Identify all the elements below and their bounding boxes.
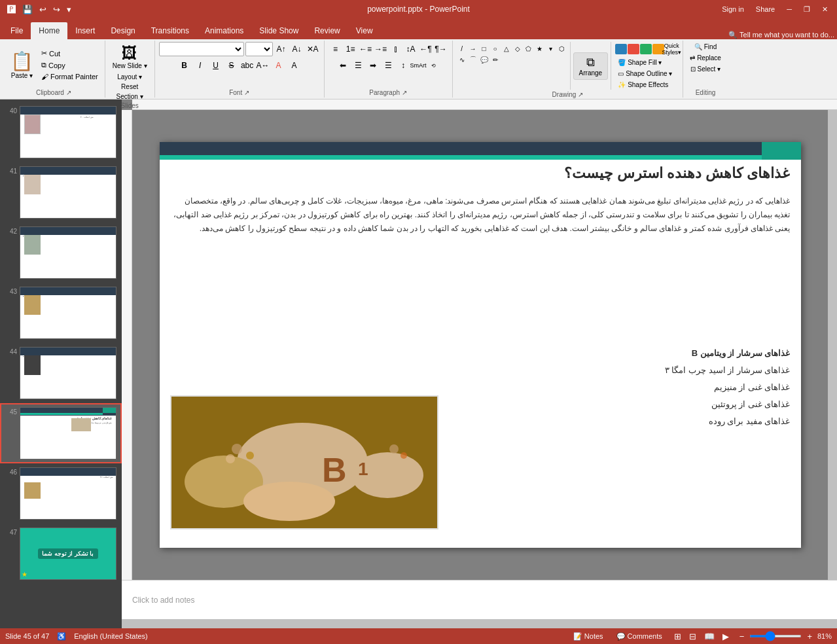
replace-button[interactable]: ⇄ Replace (687, 53, 724, 63)
ltr-button[interactable]: ¶→ (434, 42, 448, 56)
slide-thumb-45[interactable]: غذاهای کاهش دهنده استرس متن فارسی مربوط … (20, 407, 116, 459)
shape-triangle[interactable]: △ (501, 43, 512, 54)
shape-freeform[interactable]: ✏ (490, 54, 501, 65)
reset-button[interactable]: Reset (119, 82, 140, 91)
align-center-button[interactable]: ☰ (351, 58, 365, 73)
redo-icon[interactable]: ↪ (51, 3, 62, 16)
tab-design[interactable]: Design (103, 22, 143, 39)
convert-smartart-button[interactable]: ⟲ (426, 58, 440, 73)
shape-connector[interactable]: ⌒ (468, 54, 478, 65)
quick-style-3[interactable] (640, 44, 652, 54)
bold-button[interactable]: B (177, 58, 192, 73)
normal-view-button[interactable]: ⊞ (671, 630, 684, 643)
minimize-button[interactable]: ─ (783, 4, 796, 14)
horizontal-scrollbar[interactable] (122, 619, 837, 628)
notes-area[interactable]: Click to add notes (122, 580, 837, 619)
justify-button[interactable]: ☰ (381, 58, 395, 73)
zoom-percentage[interactable]: 81% (817, 632, 832, 640)
slide-item-47[interactable]: 47 با تشکر از توجه شما ★ (0, 524, 122, 584)
line-spacing-button[interactable]: ↕ (396, 58, 410, 73)
increase-font-button[interactable]: A↑ (274, 42, 289, 56)
bullets-button[interactable]: ≡ (329, 42, 343, 56)
format-painter-button[interactable]: 🖌Format Painter (39, 71, 101, 82)
customize-icon[interactable]: ▾ (65, 3, 73, 16)
shape-curve[interactable]: ∿ (457, 54, 467, 65)
share-button[interactable]: Share (752, 4, 779, 14)
slide-item-43[interactable]: 43 متن اسلاید ۴۳ (0, 283, 122, 343)
section-button[interactable]: Section ▾ (115, 92, 145, 101)
numbering-button[interactable]: 1≡ (344, 42, 358, 56)
shape-callout[interactable]: 💬 (479, 54, 490, 65)
notes-button[interactable]: 📝 Notes (569, 631, 607, 642)
tab-transitions[interactable]: Transitions (143, 22, 197, 39)
font-family-select[interactable] (159, 42, 244, 56)
increase-indent-button[interactable]: →≡ (374, 42, 388, 56)
comments-button[interactable]: 💬 Comments (613, 631, 666, 642)
columns-button[interactable]: ⫿ (389, 42, 403, 56)
new-slide-button[interactable]: 🖼 New Slide ▾ (109, 42, 151, 71)
find-button[interactable]: 🔍 Find (692, 42, 719, 52)
decrease-indent-button[interactable]: ←≡ (359, 42, 373, 56)
tab-home[interactable]: Home (31, 22, 67, 39)
slide-item-45[interactable]: 45 غذاهای کاهش دهنده استرس متن فارسی مرب… (0, 403, 122, 463)
slide-thumb-46[interactable]: متن اسلاید ۴۶ (20, 467, 116, 520)
slide-sorter-button[interactable]: ⊟ (686, 630, 699, 643)
slide-item-40[interactable]: 40 متن اسلاید ۴۰ (0, 102, 122, 162)
slide-thumb-44[interactable]: متن اسلاید ۴۴ (20, 347, 116, 399)
shape-effects-button[interactable]: ✨ Shape Effects (615, 80, 679, 90)
font-size-select[interactable] (245, 42, 273, 56)
slide-item-41[interactable]: 41 متن اسلاید ۴۱ (0, 162, 122, 223)
slideshow-button[interactable]: ▶ (720, 630, 732, 643)
clear-format-button[interactable]: ✕A (306, 42, 320, 56)
slide-item-44[interactable]: 44 متن اسلاید ۴۴ (0, 343, 122, 403)
char-spacing-button[interactable]: A↔ (256, 58, 270, 73)
slide-thumb-41[interactable]: متن اسلاید ۴۱ (20, 166, 116, 219)
slide-thumb-47[interactable]: با تشکر از توجه شما ★ (20, 528, 116, 580)
shape-arrow[interactable]: → (468, 43, 478, 54)
slide-thumb-42[interactable]: متن اسلاید ۴۲ (20, 226, 116, 279)
tab-review[interactable]: Review (306, 22, 347, 39)
zoom-out-button[interactable]: − (737, 630, 747, 643)
align-left-button[interactable]: ⬅ (336, 58, 350, 73)
shape-circle[interactable]: ○ (490, 43, 501, 54)
shape-rect[interactable]: □ (479, 43, 490, 54)
tab-insert[interactable]: Insert (67, 22, 103, 39)
underline-button[interactable]: U (209, 58, 223, 73)
close-button[interactable]: ✕ (818, 4, 832, 15)
sign-in-button[interactable]: Sign in (718, 4, 748, 14)
arrange-button[interactable]: ⧉ Arrange (573, 52, 609, 80)
italic-button[interactable]: I (193, 58, 207, 73)
shape-line[interactable]: / (457, 43, 467, 54)
paste-button[interactable]: 📋 Paste ▾ (7, 48, 37, 82)
slide-thumb-40[interactable]: متن اسلاید ۴۰ (20, 106, 116, 158)
shape-more[interactable]: ▾ (546, 43, 556, 54)
shadow-button[interactable]: abc (240, 58, 255, 73)
slide-thumb-43[interactable]: متن اسلاید ۴۳ (20, 287, 116, 339)
slide-item-46[interactable]: 46 متن اسلاید ۴۶ (0, 463, 122, 524)
tab-file[interactable]: File (3, 22, 31, 39)
vertical-scrollbar[interactable] (828, 110, 837, 580)
text-highlight-button[interactable]: A (287, 58, 302, 73)
tab-slideshow[interactable]: Slide Show (251, 22, 306, 39)
align-right-button[interactable]: ➡ (366, 58, 380, 73)
decrease-font-button[interactable]: A↓ (290, 42, 304, 56)
save-icon[interactable]: 💾 (20, 3, 35, 16)
slide-item-42[interactable]: 42 متن اسلاید ۴۲ (0, 223, 122, 283)
notes-placeholder[interactable]: Click to add notes (132, 596, 194, 605)
tab-view[interactable]: View (348, 22, 381, 39)
zoom-slider[interactable] (749, 635, 802, 637)
quick-style-1[interactable] (615, 44, 627, 54)
layout-button[interactable]: Layout ▾ (115, 73, 144, 81)
quick-styles-dropdown[interactable]: Quick Styles▾ (664, 42, 679, 56)
shape-star[interactable]: ★ (535, 43, 545, 54)
shape-flowchart[interactable]: ⬡ (557, 43, 567, 54)
select-button[interactable]: ⊡ Select ▾ (688, 64, 724, 74)
rtl-button[interactable]: ←¶ (419, 42, 433, 56)
font-color-button[interactable]: A (272, 58, 286, 73)
quick-style-2[interactable] (628, 44, 639, 54)
strikethrough-button[interactable]: S (224, 58, 239, 73)
zoom-in-button[interactable]: + (804, 630, 815, 643)
text-direction-button[interactable]: ↕A (404, 42, 418, 56)
undo-icon[interactable]: ↩ (37, 3, 48, 16)
smartart-button[interactable]: SmArt (411, 58, 425, 73)
